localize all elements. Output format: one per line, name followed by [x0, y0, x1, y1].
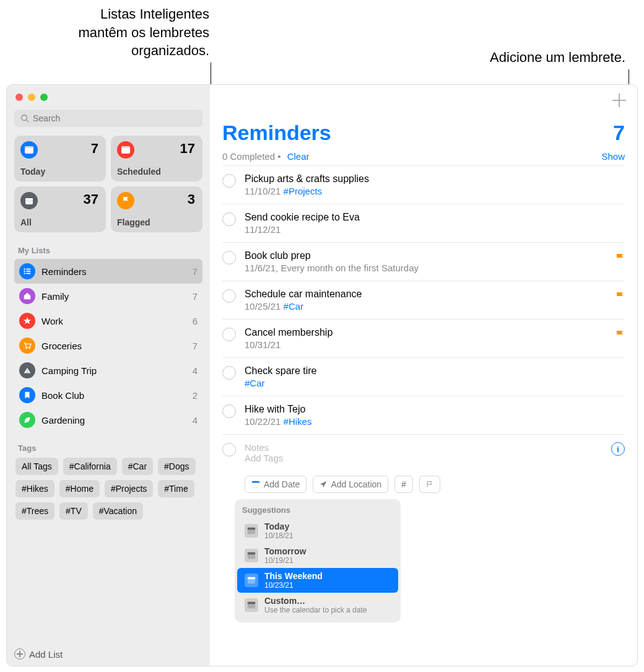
sidebar-list-camping-trip[interactable]: Camping Trip4	[14, 358, 202, 383]
reminder-checkbox[interactable]	[222, 404, 236, 418]
home-icon	[19, 288, 35, 304]
tag-car[interactable]: #Car	[122, 458, 153, 475]
list-name: Book Club	[41, 390, 84, 401]
list-icon	[19, 263, 35, 279]
sidebar-list-reminders[interactable]: Reminders7	[14, 259, 202, 284]
suggestion-thisweekend[interactable]: This Weekend10/23/21	[237, 568, 398, 593]
add-flag-button[interactable]	[419, 476, 440, 493]
suggestion-label: Custom…	[264, 596, 367, 606]
sidebar-list-family[interactable]: Family7	[14, 284, 202, 308]
reminder-item[interactable]: Schedule car maintenance10/25/21 #Car	[222, 281, 625, 319]
minimize-window-button[interactable]	[28, 94, 35, 101]
reminder-item[interactable]: Cancel membership10/31/21	[222, 319, 625, 357]
sidebar-list-work[interactable]: Work6	[14, 308, 202, 333]
tag-projects[interactable]: #Projects	[105, 480, 153, 497]
info-button[interactable]: i	[611, 442, 625, 456]
reminder-item[interactable]: Check spare tire#Car	[222, 357, 625, 396]
sidebar-list-gardening[interactable]: Gardening4	[14, 408, 202, 432]
smart-list-today[interactable]: 7Today	[14, 136, 106, 181]
reminder-date: 10/31/21	[245, 339, 281, 350]
reminder-item[interactable]: Pickup arts & crafts supplies11/10/21 #P…	[222, 165, 625, 204]
reminder-title: Schedule car maintenance	[245, 289, 606, 300]
reminder-checkbox[interactable]	[222, 289, 236, 303]
reminder-checkbox[interactable]	[222, 443, 236, 456]
tag-california[interactable]: #California	[63, 458, 117, 475]
add-reminder-button[interactable]	[612, 94, 626, 107]
list-count: 6	[193, 316, 198, 326]
close-window-button[interactable]	[15, 94, 23, 101]
reminder-item[interactable]: Hike with Tejo10/22/21 #Hikes	[222, 396, 625, 434]
smart-list-label: Today	[20, 167, 45, 177]
add-location-button[interactable]: Add Location	[313, 476, 388, 493]
tag-trees[interactable]: #Trees	[15, 502, 54, 520]
reminder-item[interactable]: Book club prep11/6/21, Every month on th…	[222, 242, 625, 281]
suggestion-sub: Use the calendar to pick a date	[264, 606, 367, 614]
reminder-tag[interactable]: #Projects	[284, 186, 323, 196]
callout-line3: organizados.	[48, 41, 209, 60]
sidebar-list-groceries[interactable]: Groceries7	[14, 333, 202, 358]
add-date-button[interactable]: Add Date	[245, 476, 307, 493]
reminder-checkbox[interactable]	[222, 212, 236, 226]
add-list-label: Add List	[29, 649, 63, 660]
list-count: 4	[193, 365, 198, 376]
flag-icon	[615, 329, 625, 339]
flag-icon	[615, 253, 625, 263]
svg-rect-11	[26, 273, 30, 274]
notes-placeholder[interactable]: Notes	[245, 442, 603, 453]
flag-icon	[615, 291, 625, 301]
calendar-icon	[245, 524, 258, 538]
list-name: Camping Trip	[41, 365, 97, 376]
reminder-date: 11/12/21	[245, 224, 281, 235]
tag-vacation[interactable]: #Vacation	[93, 502, 143, 520]
smart-list-all[interactable]: 37All	[14, 186, 106, 232]
add-tag-button[interactable]: #	[394, 476, 413, 493]
suggestion-label: Today	[264, 521, 294, 531]
reminder-checkbox[interactable]	[222, 251, 236, 264]
plus-circle-icon	[14, 648, 25, 660]
smart-list-scheduled[interactable]: 17Scheduled	[111, 136, 202, 181]
smart-lists-grid: 7Today17Scheduled37All3Flagged	[14, 136, 202, 232]
suggestion-today[interactable]: Today10/18/21	[237, 518, 398, 543]
clear-completed-button[interactable]: Clear	[287, 151, 310, 162]
list-count: 7	[613, 121, 625, 145]
addtags-placeholder[interactable]: Add Tags	[245, 453, 603, 463]
search-input[interactable]	[33, 113, 196, 123]
reminder-checkbox[interactable]	[222, 174, 236, 188]
tag-dogs[interactable]: #Dogs	[158, 458, 195, 475]
reminder-meta: 10/22/21 #Hikes	[245, 416, 625, 427]
list-name: Gardening	[41, 415, 85, 425]
quick-actions-row: Add Date Add Location #	[245, 476, 625, 493]
svg-rect-21	[248, 577, 255, 580]
svg-rect-7	[26, 269, 30, 270]
leaf-icon	[19, 412, 35, 428]
list-name: Work	[41, 316, 63, 326]
sidebar-list-book-club[interactable]: Book Club2	[14, 383, 202, 408]
location-icon	[320, 481, 327, 488]
smart-list-count: 7	[91, 141, 98, 157]
reminder-checkbox[interactable]	[222, 328, 236, 341]
reminder-date: 10/22/21	[245, 416, 281, 427]
tag-alltags[interactable]: All Tags	[15, 458, 58, 475]
search-field[interactable]	[14, 110, 202, 127]
smart-list-flagged[interactable]: 3Flagged	[111, 186, 202, 232]
suggestion-custom[interactable]: Custom…Use the calendar to pick a date	[237, 593, 398, 617]
tent-icon	[19, 362, 35, 378]
tag-home[interactable]: #Home	[59, 480, 100, 497]
reminder-item[interactable]: Send cookie recipe to Eva11/12/21	[222, 204, 625, 242]
show-completed-button[interactable]: Show	[601, 151, 625, 162]
reminder-tag[interactable]: #Car	[284, 301, 304, 312]
reminder-tag[interactable]: #Hikes	[284, 416, 312, 427]
suggestion-tomorrow[interactable]: Tomorrow10/19/21	[237, 543, 398, 568]
add-list-button[interactable]: Add List	[14, 648, 63, 660]
reminder-checkbox[interactable]	[222, 366, 236, 380]
reminder-tag[interactable]: #Car	[245, 378, 265, 388]
sidebar: 7Today17Scheduled37All3Flagged My Lists …	[7, 85, 210, 666]
tag-hikes[interactable]: #Hikes	[15, 480, 54, 497]
new-reminder-row[interactable]: Notes Add Tags i	[222, 434, 625, 471]
tag-time[interactable]: #Time	[158, 480, 194, 497]
svg-rect-3	[25, 146, 33, 148]
app-window: 7Today17Scheduled37All3Flagged My Lists …	[6, 84, 638, 666]
tag-tv[interactable]: #TV	[59, 502, 88, 520]
flag-icon	[426, 481, 433, 488]
zoom-window-button[interactable]	[40, 94, 48, 101]
